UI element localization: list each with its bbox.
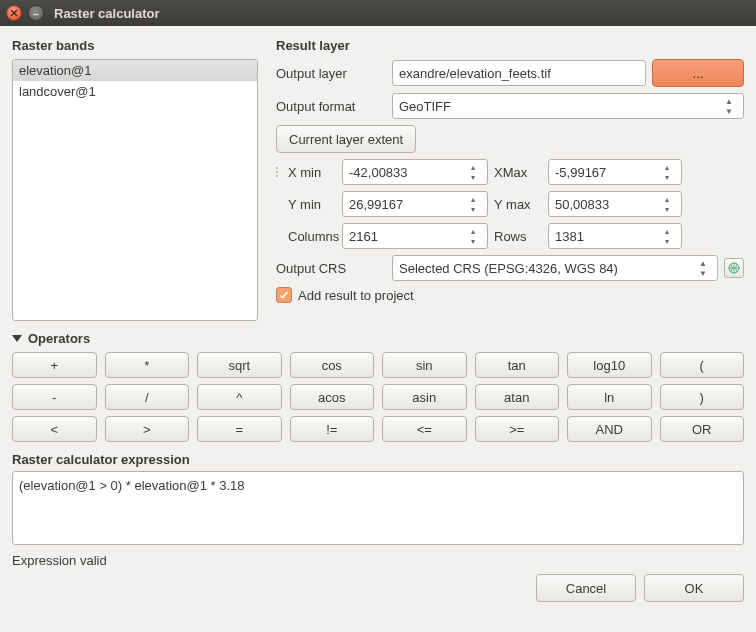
spinner-icon[interactable]: ▴▾: [659, 194, 675, 214]
operator-button-[interactable]: ): [660, 384, 745, 410]
spinner-icon[interactable]: ▴▾: [659, 162, 675, 182]
operator-button-[interactable]: >: [105, 416, 190, 442]
output-format-label: Output format: [276, 99, 386, 114]
operator-button-atan[interactable]: atan: [475, 384, 560, 410]
spinner-icon[interactable]: ▴▾: [659, 226, 675, 246]
operator-button-[interactable]: !=: [290, 416, 375, 442]
operator-button-tan[interactable]: tan: [475, 352, 560, 378]
operator-button-[interactable]: +: [12, 352, 97, 378]
titlebar: Raster calculator: [0, 0, 756, 26]
operator-button-ln[interactable]: ln: [567, 384, 652, 410]
checkbox-icon: [276, 287, 292, 303]
operator-button-[interactable]: >=: [475, 416, 560, 442]
xmin-input[interactable]: -42,00833 ▴▾: [342, 159, 488, 185]
minimize-icon: [32, 9, 40, 17]
output-layer-input[interactable]: exandre/elevation_feets.tif: [392, 60, 646, 86]
resize-grip[interactable]: [276, 167, 282, 177]
add-result-checkbox[interactable]: Add result to project: [276, 287, 414, 303]
columns-label: Columns: [288, 229, 336, 244]
status-text: Expression valid: [12, 553, 744, 568]
globe-icon: [728, 262, 740, 274]
operator-button-sin[interactable]: sin: [382, 352, 467, 378]
list-item[interactable]: elevation@1: [13, 60, 257, 81]
operator-button-[interactable]: -: [12, 384, 97, 410]
spinner-icon[interactable]: ▴▾: [465, 226, 481, 246]
operator-button-[interactable]: (: [660, 352, 745, 378]
operator-button-sqrt[interactable]: sqrt: [197, 352, 282, 378]
operator-button-[interactable]: <: [12, 416, 97, 442]
output-layer-label: Output layer: [276, 66, 386, 81]
operator-button-[interactable]: <=: [382, 416, 467, 442]
operators-header[interactable]: Operators: [12, 331, 744, 346]
spinner-icon[interactable]: ▴▾: [465, 194, 481, 214]
xmin-label: X min: [288, 165, 336, 180]
ymax-label: Y max: [494, 197, 542, 212]
chevron-updown-icon: ▲▼: [721, 96, 737, 116]
operator-button-[interactable]: /: [105, 384, 190, 410]
operator-button-[interactable]: *: [105, 352, 190, 378]
close-icon: [10, 9, 18, 17]
rows-label: Rows: [494, 229, 542, 244]
window-title: Raster calculator: [54, 6, 160, 21]
operator-button-AND[interactable]: AND: [567, 416, 652, 442]
operator-button-OR[interactable]: OR: [660, 416, 745, 442]
window-minimize-button[interactable]: [28, 5, 44, 21]
ok-button[interactable]: OK: [644, 574, 744, 602]
operator-button-asin[interactable]: asin: [382, 384, 467, 410]
xmax-input[interactable]: -5,99167 ▴▾: [548, 159, 682, 185]
window-close-button[interactable]: [6, 5, 22, 21]
expression-header: Raster calculator expression: [12, 452, 744, 467]
result-layer-header: Result layer: [276, 38, 744, 53]
raster-bands-list[interactable]: elevation@1landcover@1: [12, 59, 258, 321]
chevron-updown-icon: ▲▼: [695, 258, 711, 278]
operator-button-log10[interactable]: log10: [567, 352, 652, 378]
operator-button-[interactable]: ^: [197, 384, 282, 410]
rows-input[interactable]: 1381 ▴▾: [548, 223, 682, 249]
current-layer-extent-button[interactable]: Current layer extent: [276, 125, 416, 153]
select-crs-button[interactable]: [724, 258, 744, 278]
output-format-select[interactable]: GeoTIFF ▲▼: [392, 93, 744, 119]
output-crs-select[interactable]: Selected CRS (EPSG:4326, WGS 84) ▲▼: [392, 255, 718, 281]
output-crs-label: Output CRS: [276, 261, 386, 276]
expression-textarea[interactable]: (elevation@1 > 0) * elevation@1 * 3.18: [12, 471, 744, 545]
ymax-input[interactable]: 50,00833 ▴▾: [548, 191, 682, 217]
ymin-input[interactable]: 26,99167 ▴▾: [342, 191, 488, 217]
ymin-label: Y min: [288, 197, 336, 212]
spinner-icon[interactable]: ▴▾: [465, 162, 481, 182]
xmax-label: XMax: [494, 165, 542, 180]
columns-input[interactable]: 2161 ▴▾: [342, 223, 488, 249]
operator-button-[interactable]: =: [197, 416, 282, 442]
list-item[interactable]: landcover@1: [13, 81, 257, 102]
operator-button-cos[interactable]: cos: [290, 352, 375, 378]
add-result-label: Add result to project: [298, 288, 414, 303]
browse-output-button[interactable]: ...: [652, 59, 744, 87]
chevron-down-icon: [12, 335, 22, 342]
raster-bands-header: Raster bands: [12, 38, 262, 53]
cancel-button[interactable]: Cancel: [536, 574, 636, 602]
operator-button-acos[interactable]: acos: [290, 384, 375, 410]
